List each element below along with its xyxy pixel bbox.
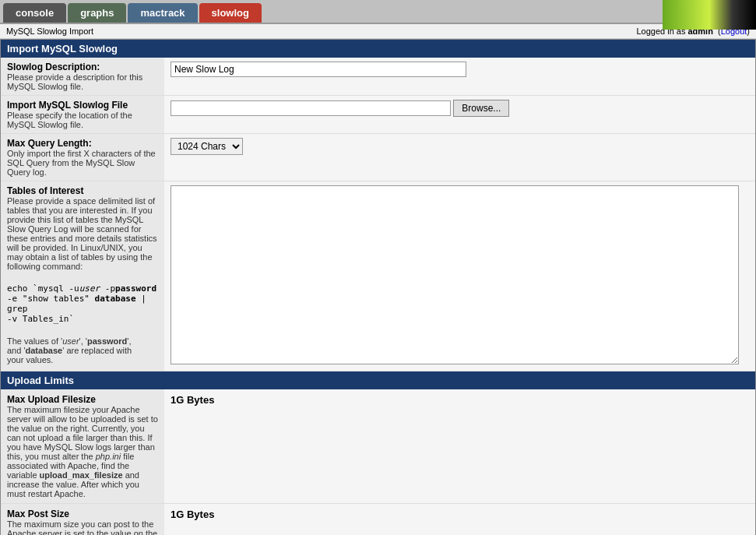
nav-tab-console[interactable]: console — [3, 3, 66, 23]
tables-interest-input-cell — [164, 181, 755, 371]
upload-limits-table: Max Upload Filesize The maximum filesize… — [1, 389, 755, 535]
max-post-row: Max Post Size The maximum size you can p… — [1, 504, 755, 536]
max-query-row: Max Query Length: Only import the first … — [1, 134, 755, 181]
max-query-title: Max Query Length: — [7, 138, 158, 149]
tables-interest-title: Tables of Interest — [7, 185, 158, 196]
max-post-body: The maximum size you can post to the Apa… — [7, 519, 158, 535]
slowlog-file-body: Please specify the location of the MySQL… — [7, 111, 158, 129]
slowlog-desc-body: Please provide a description for this My… — [7, 72, 158, 91]
top-nav: console graphs mactrack slowlog — [0, 0, 756, 24]
slowlog-file-row: Import MySQL Slowlog File Please specify… — [1, 96, 755, 134]
max-query-label-cell: Max Query Length: Only import the first … — [1, 134, 164, 181]
max-post-value: 1G Bytes — [164, 504, 755, 536]
main-content: Import MySQL Slowlog Slowlog Description… — [0, 39, 756, 535]
tables-interest-body2: The values of 'user', 'password', and 'd… — [7, 336, 158, 364]
max-query-body: Only import the first X characters of th… — [7, 149, 158, 177]
max-post-label-cell: Max Post Size The maximum size you can p… — [1, 504, 164, 536]
slowlog-desc-input-cell — [164, 58, 755, 96]
upload-limits-header: Upload Limits — [1, 371, 755, 389]
import-section-header: Import MySQL Slowlog — [1, 40, 755, 58]
max-upload-row: Max Upload Filesize The maximum filesize… — [1, 389, 755, 504]
nav-tab-slowlog[interactable]: slowlog — [199, 3, 262, 23]
status-bar: MySQL Slowlog Import Logged in as admin … — [0, 24, 756, 39]
slowlog-desc-title: Slowlog Description: — [7, 62, 158, 72]
tables-interest-textarea[interactable] — [171, 185, 739, 364]
tables-interest-label-cell: Tables of Interest Please provide a spac… — [1, 181, 164, 371]
max-upload-label-cell: Max Upload Filesize The maximum filesize… — [1, 389, 164, 504]
slowlog-file-input[interactable] — [171, 100, 451, 116]
browse-button[interactable]: Browse... — [453, 100, 509, 117]
tables-interest-command: echo `mysql -uuser -ppassword -e "show t… — [7, 283, 158, 324]
slowlog-desc-row: Slowlog Description: Please provide a de… — [1, 58, 755, 96]
tables-interest-body1: Please provide a space delimited list of… — [7, 196, 158, 271]
max-upload-body: The maximum filesize your Apache server … — [7, 405, 158, 498]
max-upload-value: 1G Bytes — [164, 389, 755, 504]
slowlog-file-input-cell: Browse... — [164, 96, 755, 134]
max-post-title: Max Post Size — [7, 509, 158, 519]
import-form-table: Slowlog Description: Please provide a de… — [1, 58, 755, 371]
max-query-select[interactable]: 256 Chars 512 Chars 1024 Chars 2048 Char… — [171, 138, 243, 155]
page-title: MySQL Slowlog Import — [6, 26, 93, 36]
nav-logo — [663, 0, 756, 30]
slowlog-desc-label-cell: Slowlog Description: Please provide a de… — [1, 58, 164, 96]
nav-tab-mactrack[interactable]: mactrack — [128, 3, 197, 23]
tables-interest-row: Tables of Interest Please provide a spac… — [1, 181, 755, 371]
slowlog-file-label-cell: Import MySQL Slowlog File Please specify… — [1, 96, 164, 134]
max-query-input-cell: 256 Chars 512 Chars 1024 Chars 2048 Char… — [164, 134, 755, 181]
nav-tab-graphs[interactable]: graphs — [68, 3, 126, 23]
slowlog-file-title: Import MySQL Slowlog File — [7, 100, 158, 111]
slowlog-description-input[interactable] — [171, 62, 466, 77]
max-upload-title: Max Upload Filesize — [7, 394, 158, 405]
